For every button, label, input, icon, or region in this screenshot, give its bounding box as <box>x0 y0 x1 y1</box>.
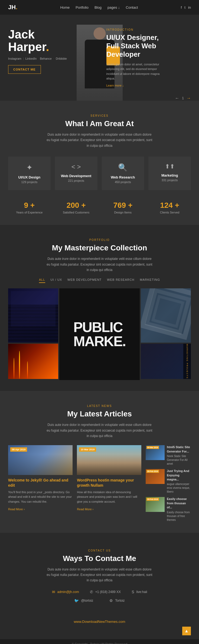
contact-phone: ✆ +1 (818) 2489 XX <box>90 590 121 594</box>
sidebar-article-2-img: 09 Feb 2019 <box>146 469 165 484</box>
linkedin-nav-icon[interactable]: in <box>188 5 191 9</box>
marketing-icon: ⬆⬆ <box>153 163 187 170</box>
services-description: Duis aute irure dolor in reprehenderit i… <box>45 132 154 148</box>
uiux-icon: ✦ <box>12 163 46 172</box>
service-uiux-name: UI/UX Design <box>12 175 46 179</box>
behance-link[interactable]: Behance <box>40 57 51 60</box>
contact-title: Ways To Contact Me <box>8 554 191 563</box>
slide-nav: ← 1 → <box>106 96 191 101</box>
article-1-title: Welcome to Jekyll! Go ahead and edit <box>8 478 73 487</box>
contact-section: CONTACT US Ways To Contact Me Duis aute … <box>0 533 199 614</box>
hero-description: Lorem ipsum dolor sit amet, consectetur … <box>106 62 166 81</box>
portfolio-col-middle: PUBLIC MARKE. <box>59 288 139 380</box>
service-card-webdev: < > Web Development 221 projects <box>55 157 97 190</box>
sidebar-article-3-date: 09 Feb 2019 <box>146 498 159 501</box>
sidebar-articles: 09 Mar 2019 html5 Static Site Generator … <box>146 445 191 522</box>
filter-all[interactable]: ALL <box>39 278 45 283</box>
stat-design: 769 + Design Items <box>102 201 144 214</box>
stat-experience-num: 9 + <box>8 201 51 210</box>
portfolio-description: Duis aute irure dolor in reprehenderit i… <box>45 256 154 273</box>
email-link[interactable]: admin@jh.com <box>57 590 79 594</box>
contact-email: ✉ admin@jh.com <box>52 590 79 594</box>
service-marketing-count: 331 projects <box>153 178 187 182</box>
portfolio-img-dark4[interactable]: Marketing projects <box>141 344 191 379</box>
instagram-link[interactable]: Instagram <box>8 57 21 60</box>
nav-pages[interactable]: pages ↓ <box>107 5 120 9</box>
stat-clients-label: Clients Served <box>148 211 191 214</box>
nav-portfolio[interactable]: Portfolio <box>76 5 89 9</box>
stats-grid: 9 + Years of Experience 200 + Satisfied … <box>8 201 191 214</box>
filter-webdev[interactable]: WEB DEVELOPMENT <box>67 278 102 283</box>
prev-arrow[interactable]: ← <box>175 96 179 101</box>
portfolio-img-stairs[interactable] <box>8 288 58 343</box>
facebook-icon[interactable]: f <box>181 5 182 9</box>
slide-number: 1 <box>182 96 184 100</box>
articles-section: LATEST NEWS My Latest Articles Duis aute… <box>0 391 199 533</box>
article-1-excerpt: You'll find this post in your _posts dir… <box>8 490 73 504</box>
intro-label: INTRODUCTION <box>106 28 191 31</box>
nav-contact[interactable]: Contact <box>126 5 138 9</box>
article-2-date-badge: 10 Mar 2019 <box>79 447 96 452</box>
portfolio-img-public[interactable]: PUBLIC MARKE. <box>59 288 139 380</box>
footer-scroll-area: ▲ <box>0 627 199 639</box>
filter-research[interactable]: WEB RESEARCH <box>107 278 134 283</box>
article-1-read-more[interactable]: Read More › <box>8 508 25 511</box>
filter-uiux[interactable]: UI / UX <box>51 278 62 283</box>
logo-text: JH <box>8 4 16 11</box>
twitter-value: @tortoiz <box>81 599 93 602</box>
sidebar-article-1-title: html5 Static Site Generator For... <box>167 445 191 454</box>
sidebar-article-3-content: Easily choose from thousan of... Easily … <box>167 497 191 522</box>
contact-skype: S live:haii <box>132 590 147 594</box>
contact-items-row2: 🐦 @tortoiz ⚙ Tortoiz <box>8 598 191 603</box>
footer-url-link[interactable]: www.DownloadNewThemes.com <box>74 620 125 624</box>
contact-me-button[interactable]: CoNTact ME <box>8 65 41 74</box>
service-webdev-count: 221 projects <box>59 179 93 182</box>
sidebar-article-2-excerpt: augue ullamcorper eros viverra neque, li… <box>167 482 191 494</box>
article-card-2: 10 Mar 2019 WordPress hostin manage your… <box>77 445 141 522</box>
stat-customers: 200 + Satisfied Customers <box>55 201 97 214</box>
portfolio-img-fire[interactable] <box>8 344 58 379</box>
stat-customers-label: Satisfied Customers <box>55 211 97 214</box>
nav-blog[interactable]: Blog <box>94 5 102 9</box>
hero-section: Jack Harper. Instagram | LinkedIn Behanc… <box>0 15 199 101</box>
linkedin-link[interactable]: LinkedIn <box>25 57 37 60</box>
stat-experience-label: Years of Experience <box>8 211 51 214</box>
service-card-research: 🔍 Web Research 450 projects <box>102 157 144 190</box>
articles-label: LATEST NEWS <box>8 404 191 407</box>
article-2-read-more[interactable]: Read More › <box>77 508 93 511</box>
twitter-icon[interactable]: t <box>184 5 185 9</box>
scroll-top-button[interactable]: ▲ <box>182 627 191 635</box>
hero-name: Jack Harper. <box>8 28 93 53</box>
logo: JH. <box>8 4 17 11</box>
portfolio-label: PORTFOLIO <box>8 238 191 241</box>
footer-copyright: © Copyright - Tortoiz | All Rights Reser… <box>0 639 199 644</box>
stat-customers-num: 200 + <box>55 201 97 210</box>
portfolio-img-geometric[interactable] <box>141 288 191 343</box>
service-research-name: Web Research <box>106 175 140 179</box>
services-title: What I Am Great At <box>8 119 191 128</box>
learn-more-link[interactable]: Learn more ↓ <box>106 84 124 87</box>
contact-twitter: 🐦 @tortoiz <box>74 598 93 603</box>
sidebar-article-2-title: Just Trying And Enjoying magna... <box>167 469 191 482</box>
hero-right: INTRODUCTION UI/UX Designer, Full Stack … <box>93 25 191 101</box>
copyright-text: © Copyright - Tortoiz | All Rights Reser… <box>72 642 127 644</box>
logo-dot: . <box>16 4 17 11</box>
sidebar-article-3-title: Easily choose from thousan of... <box>167 497 191 509</box>
filter-marketing[interactable]: MARKETING <box>140 278 160 283</box>
sidebar-article-1-date: 09 Mar 2019 <box>146 446 159 449</box>
articles-description: Duis aute irure dolor in reprehenderit i… <box>45 422 154 439</box>
webdev-icon: < > <box>59 163 93 171</box>
nav-home[interactable]: Home <box>60 5 70 9</box>
article-1-date-badge: 08 Apr 2019 <box>10 447 27 452</box>
skype-value: live:haii <box>136 590 147 594</box>
stat-design-num: 769 + <box>102 201 144 210</box>
dribbble-link[interactable]: Dribbble <box>56 57 67 60</box>
portfolio-section: PORTFOLIO My Masterpiece Collection Duis… <box>0 225 199 391</box>
services-grid: ✦ UI/UX Design 129 projects < > Web Deve… <box>8 157 191 190</box>
article-2-title: WordPress hostin manage your growth Null… <box>77 478 141 487</box>
hero-name-dot: . <box>46 40 49 53</box>
stat-experience: 9 + Years of Experience <box>8 201 51 214</box>
phone-icon: ✆ <box>90 590 93 594</box>
next-arrow[interactable]: → <box>187 96 191 101</box>
research-icon: 🔍 <box>106 163 140 172</box>
